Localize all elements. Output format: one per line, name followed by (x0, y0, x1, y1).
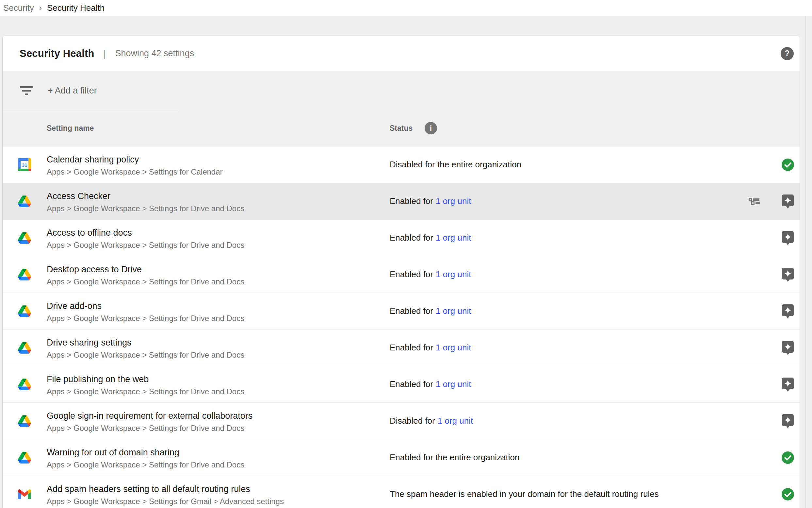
table-row[interactable]: Access to offline docs Apps > Google Wor… (3, 220, 800, 256)
status-text: Disabled for the entire organization (390, 160, 521, 170)
google-drive-icon (18, 305, 31, 318)
column-header-status: Status (390, 124, 413, 133)
row-actions (781, 293, 794, 329)
row-actions (781, 330, 794, 366)
table-row[interactable]: Warning for out of domain sharing Apps >… (3, 439, 800, 476)
setting-path: Apps > Google Workspace > Settings for D… (47, 350, 244, 359)
setting-name[interactable]: Calendar sharing policy (47, 155, 139, 165)
breadcrumb-current: Security Health (47, 3, 104, 13)
status-cell: Enabled for the entire organization (390, 439, 520, 476)
google-drive-icon (18, 341, 31, 354)
table-row[interactable]: Drive add-ons Apps > Google Workspace > … (3, 293, 800, 330)
recommendation-flag-icon[interactable] (781, 230, 794, 246)
setting-name[interactable]: Warning for out of domain sharing (47, 448, 179, 458)
breadcrumb-parent-link[interactable]: Security (3, 3, 34, 13)
check-circle-icon[interactable] (781, 450, 794, 465)
settings-count: Showing 42 settings (115, 48, 194, 58)
status-cell: Enabled for 1 org unit (390, 366, 471, 403)
gmail-icon (18, 488, 31, 501)
org-unit-link[interactable]: 1 org unit (436, 379, 471, 389)
row-actions (781, 256, 794, 293)
check-circle-icon[interactable] (781, 157, 794, 172)
setting-name[interactable]: Access Checker (47, 191, 110, 201)
org-unit-link[interactable]: 1 org unit (436, 306, 471, 316)
org-unit-link[interactable]: 1 org unit (436, 269, 471, 280)
google-drive-icon (18, 195, 31, 208)
help-icon[interactable]: ? (781, 47, 794, 60)
table-row[interactable]: Drive sharing settings Apps > Google Wor… (3, 330, 800, 366)
row-actions (781, 403, 794, 439)
status-text: Enabled for (390, 233, 433, 243)
row-actions (781, 439, 794, 476)
setting-path: Apps > Google Workspace > Settings for D… (47, 314, 244, 323)
status-text: Disabled for (390, 416, 435, 426)
recommendation-flag-icon[interactable] (781, 377, 794, 392)
setting-name[interactable]: Desktop access to Drive (47, 264, 142, 274)
org-unit-icon[interactable] (749, 198, 760, 205)
status-cell: Enabled for 1 org unit (390, 183, 471, 219)
setting-path: Apps > Google Workspace > Settings for C… (47, 167, 223, 176)
recommendation-flag-icon[interactable] (781, 304, 794, 319)
status-cell: Disabled for the entire organization (390, 146, 521, 183)
org-unit-link[interactable]: 1 org unit (436, 343, 471, 353)
table-row[interactable]: File publishing on the web Apps > Google… (3, 366, 800, 403)
status-text: Enabled for (390, 379, 433, 389)
setting-path: Apps > Google Workspace > Settings for D… (47, 241, 244, 250)
breadcrumb: Security › Security Health (0, 0, 812, 16)
table-row[interactable]: Desktop access to Drive Apps > Google Wo… (3, 256, 800, 293)
add-filter-button[interactable]: + Add a filter (48, 86, 97, 96)
status-text: The spam header is enabled in your domai… (390, 489, 659, 499)
status-text: Enabled for (390, 306, 433, 316)
row-actions (749, 183, 794, 219)
org-unit-link[interactable]: 1 org unit (436, 196, 471, 206)
title-separator: | (103, 48, 106, 59)
page-title: Security Health (19, 48, 94, 59)
setting-name[interactable]: Drive add-ons (47, 301, 102, 311)
status-text: Enabled for (390, 196, 433, 206)
status-text: Enabled for (390, 343, 433, 353)
status-cell: Enabled for 1 org unit (390, 293, 471, 329)
card-header: Security Health | Showing 42 settings ? (3, 36, 800, 71)
row-actions (781, 476, 794, 508)
table-row[interactable]: Add spam headers setting to all default … (3, 476, 800, 508)
org-unit-link[interactable]: 1 org unit (438, 416, 473, 426)
setting-name[interactable]: Google sign-in requirement for external … (47, 411, 252, 421)
status-cell: Enabled for 1 org unit (390, 220, 471, 256)
row-actions (781, 146, 794, 183)
settings-table-body: 31 Calendar sharing policy Apps > Google… (3, 146, 800, 508)
table-row[interactable]: Access Checker Apps > Google Workspace >… (3, 183, 800, 220)
row-actions (781, 220, 794, 256)
security-health-card: Security Health | Showing 42 settings ? … (3, 36, 800, 508)
google-calendar-icon: 31 (18, 158, 31, 171)
setting-name[interactable]: Add spam headers setting to all default … (47, 484, 250, 494)
setting-path: Apps > Google Workspace > Settings for D… (47, 204, 244, 213)
column-header-setting-name: Setting name (47, 124, 94, 133)
recommendation-flag-icon[interactable] (781, 340, 794, 355)
google-drive-icon (18, 268, 31, 281)
check-circle-icon[interactable] (781, 487, 794, 502)
scrollbar-track[interactable] (806, 16, 806, 508)
info-icon[interactable]: i (425, 122, 437, 134)
svg-text:31: 31 (22, 162, 28, 168)
recommendation-flag-icon[interactable] (781, 194, 794, 209)
filter-icon (20, 85, 33, 96)
setting-path: Apps > Google Workspace > Settings for D… (47, 424, 244, 433)
setting-path: Apps > Google Workspace > Settings for D… (47, 277, 244, 286)
google-drive-icon (18, 231, 31, 245)
table-row[interactable]: 31 Calendar sharing policy Apps > Google… (3, 146, 800, 183)
recommendation-flag-icon[interactable] (781, 267, 794, 282)
table-row[interactable]: Google sign-in requirement for external … (3, 403, 800, 439)
setting-name[interactable]: Drive sharing settings (47, 338, 132, 348)
setting-name[interactable]: File publishing on the web (47, 374, 149, 384)
status-text: Enabled for the entire organization (390, 453, 520, 463)
org-unit-link[interactable]: 1 org unit (436, 233, 471, 243)
setting-name[interactable]: Access to offline docs (47, 228, 132, 238)
chevron-right-icon: › (39, 3, 42, 12)
status-cell: Enabled for 1 org unit (390, 330, 471, 366)
table-header: Setting name Status i (3, 110, 800, 146)
filter-bar: + Add a filter (3, 71, 800, 110)
row-actions (781, 366, 794, 403)
status-text: Enabled for (390, 269, 433, 280)
recommendation-flag-icon[interactable] (781, 414, 794, 429)
setting-path: Apps > Google Workspace > Settings for G… (47, 497, 284, 506)
